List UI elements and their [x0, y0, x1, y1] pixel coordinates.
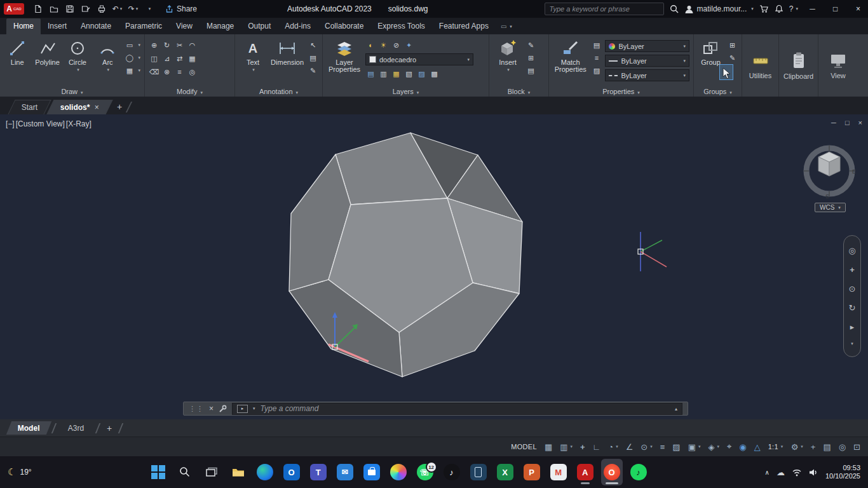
circle-tool-button[interactable]: Circle ▾	[64, 37, 91, 86]
ellipse-tool-icon[interactable]: ◯	[125, 53, 135, 63]
start-button[interactable]	[147, 459, 169, 485]
new-drawing-tab-button[interactable]: +	[117, 102, 122, 112]
properties-lines-icon[interactable]: ≡	[591, 53, 602, 63]
object-snap-tracking-toggle[interactable]: ∠	[622, 437, 637, 456]
command-line-bar[interactable]: ⋮⋮ × ▸ ▾ ▴	[183, 402, 688, 416]
dynamic-ucs-toggle[interactable]: ⌖	[723, 437, 735, 456]
command-close-icon[interactable]: ×	[209, 404, 214, 413]
maximize-button[interactable]: □	[827, 0, 844, 18]
layer-properties-button[interactable]: Layer Properties	[327, 37, 362, 86]
viewport-view-control[interactable]: [Custom View]	[16, 119, 65, 128]
navigation-wheel-icon[interactable]: ◎	[848, 246, 855, 255]
transparency-toggle[interactable]: ▨	[668, 437, 684, 456]
powerpoint-button[interactable]: P	[521, 459, 543, 485]
viewcube[interactable]: S E	[797, 138, 861, 201]
explode-tool-icon[interactable]: ⊗	[161, 67, 172, 77]
annotation-monitor-toggle[interactable]: +	[807, 437, 820, 456]
layout-tab-model[interactable]: Model	[6, 421, 51, 435]
layer-state-icon[interactable]: ▩	[429, 69, 440, 79]
block-attributes-icon[interactable]: ▤	[526, 65, 536, 76]
opera-taskbar-button[interactable]: O	[601, 459, 623, 485]
tab-view[interactable]: View	[169, 18, 200, 34]
share-button[interactable]: Share	[165, 4, 197, 13]
scale-tool-icon[interactable]: ⊿	[161, 53, 172, 64]
mail-button[interactable]: ✉	[334, 459, 356, 485]
new-layout-button[interactable]: +	[107, 423, 112, 433]
layer-off-icon[interactable]: ▦	[391, 69, 402, 79]
tab-manage[interactable]: Manage	[200, 18, 241, 34]
group-edit-icon[interactable]: ✎	[727, 53, 738, 63]
save-button[interactable]	[62, 2, 77, 16]
file-tab-start[interactable]: Start	[8, 100, 51, 114]
viewport-restore-icon[interactable]: □	[845, 119, 850, 126]
fillet-tool-icon[interactable]: ◠	[187, 40, 198, 50]
isolate-objects-button[interactable]: ◎	[835, 437, 850, 456]
insert-block-button[interactable]: Insert ▾	[493, 37, 522, 86]
layer-bulb-icon[interactable]: ◐	[365, 40, 376, 50]
table-tool-icon[interactable]: ▤	[308, 53, 318, 63]
store-button[interactable]	[361, 459, 383, 485]
annotation-autoscale-toggle[interactable]: △	[750, 437, 764, 456]
cart-icon[interactable]	[759, 4, 769, 13]
lineweight-toggle[interactable]: ≡	[656, 437, 669, 456]
drawing-area[interactable]: [−] [Custom View] [X-Ray] ─ □ × S E WCS	[0, 114, 868, 419]
layer-sun-icon[interactable]: ☀	[378, 40, 389, 50]
dynamic-input-toggle[interactable]: +	[576, 437, 589, 456]
arc-tool-button[interactable]: Arc ▾	[94, 37, 121, 86]
whatsapp-button[interactable]: ☏ 12	[414, 459, 436, 485]
file-tab-solidos[interactable]: solidos* ×	[47, 100, 113, 114]
properties-transparency-icon[interactable]: ▨	[591, 65, 602, 76]
keyword-search-input[interactable]	[545, 3, 664, 15]
erase-tool-icon[interactable]: ⌫	[149, 67, 159, 77]
tab-featured-apps[interactable]: Featured Apps	[432, 18, 496, 34]
spotify-button[interactable]: ♪	[628, 459, 649, 485]
block-create-icon[interactable]: ⊞	[526, 53, 536, 63]
tab-annotate[interactable]: Annotate	[74, 18, 118, 34]
taskbar-clock[interactable]: 09:53 10/10/2025	[825, 464, 860, 480]
3d-object-snap-toggle[interactable]: ◈▾	[704, 437, 723, 456]
object-snap-toggle[interactable]: ⊙▾	[637, 437, 656, 456]
layer-match-icon[interactable]: ▤	[365, 69, 376, 79]
leader-tool-icon[interactable]: ↖	[308, 40, 318, 50]
command-input-area[interactable]: ▸ ▾ ▴	[232, 403, 682, 415]
block-panel-label[interactable]: Block ▾	[489, 88, 548, 95]
match-properties-button[interactable]: Match Properties	[553, 37, 588, 86]
close-button[interactable]: ×	[850, 0, 867, 18]
viewport-close-icon[interactable]: ×	[858, 119, 862, 126]
command-input[interactable]	[259, 403, 671, 414]
selection-cycling-toggle[interactable]: ▣▾	[684, 437, 705, 456]
layers-panel-label[interactable]: Layers ▾	[323, 88, 489, 95]
annotation-more-icon[interactable]: ✎	[308, 65, 318, 76]
text-tool-button[interactable]: A Text ▾	[239, 37, 267, 86]
trim-tool-icon[interactable]: ✂	[174, 40, 185, 50]
modify-panel-label[interactable]: Modify ▾	[145, 88, 234, 95]
properties-list-icon[interactable]: ▤	[591, 40, 602, 50]
tab-home[interactable]: Home	[6, 18, 41, 34]
ungroup-icon[interactable]: ⊞	[727, 40, 738, 50]
layer-freeze-icon[interactable]: ✦	[403, 40, 414, 50]
tab-collaborate[interactable]: Collaborate	[318, 18, 370, 34]
polyline-tool-button[interactable]: Polyline	[34, 37, 60, 86]
orbit-icon[interactable]: ↻	[849, 303, 856, 313]
grid-display-toggle[interactable]: ▦	[541, 437, 556, 456]
panel-view[interactable]: View	[818, 34, 858, 97]
command-history-icon[interactable]: ▴	[675, 406, 677, 412]
offset-tool-icon[interactable]: ≡	[174, 67, 185, 77]
undo-button[interactable]: ↶▾	[110, 2, 125, 16]
hatch-tool-icon[interactable]: ▦	[125, 65, 135, 76]
snap-caret-icon[interactable]: ▾	[570, 444, 573, 449]
pan-icon[interactable]: +	[850, 265, 855, 274]
tab-parametric[interactable]: Parametric	[118, 18, 169, 34]
lineweight-dropdown[interactable]: ByLayer ▾	[605, 55, 689, 67]
annotation-visibility-toggle[interactable]: ◉	[735, 437, 750, 456]
phone-link-button[interactable]	[468, 459, 489, 485]
snap-mode-toggle[interactable]: ▥▾	[556, 437, 576, 456]
3d-osnap-caret-icon[interactable]: ▾	[717, 444, 719, 449]
tiktok-button[interactable]: ♪	[441, 459, 463, 485]
workspace-caret-icon[interactable]: ▾	[801, 444, 803, 449]
new-file-button[interactable]	[31, 2, 45, 16]
command-drag-handle-icon[interactable]: ⋮⋮	[189, 405, 204, 413]
object-color-dropdown[interactable]: ByLayer ▾	[605, 40, 689, 52]
block-edit-icon[interactable]: ✎	[526, 40, 536, 50]
annotation-panel-label[interactable]: Annotation ▾	[235, 88, 322, 95]
